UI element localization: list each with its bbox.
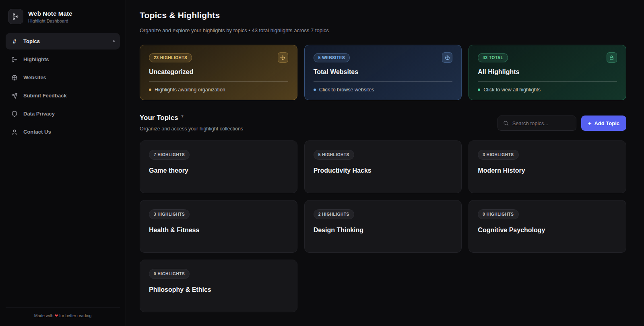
- search-icon: [503, 120, 509, 126]
- hash-icon: #: [11, 38, 18, 45]
- topics-header: Your Topics 7 Organize and access your h…: [140, 114, 626, 132]
- main-content: Topics & Highlights Organize and explore…: [126, 0, 644, 326]
- sidebar-item-contact-us[interactable]: Contact Us: [6, 124, 120, 140]
- topic-title: Health & Fitness: [149, 227, 288, 234]
- sidebar-item-label: Contact Us: [23, 129, 51, 135]
- uncategorized-card[interactable]: 23 HIGHLIGHTS Uncategorized Highlights a…: [140, 45, 297, 100]
- logo-icon: [8, 9, 23, 24]
- sidebar-item-submit-feedback[interactable]: Submit Feedback: [6, 87, 120, 104]
- page-title: Topics & Highlights: [140, 10, 626, 20]
- footer-text: for better reading: [59, 313, 91, 318]
- topic-highlight-count: 0 HIGHLIGHTS: [478, 209, 518, 219]
- card-top: 5 WEBSITES: [314, 52, 453, 63]
- add-topic-label: Add Topic: [594, 120, 619, 126]
- caption-text: Highlights awaiting organization: [155, 87, 225, 93]
- topic-card[interactable]: 7 HIGHLIGHTS Game theory: [140, 140, 297, 193]
- active-dot: [113, 40, 115, 42]
- sidebar-item-label: Highlights: [23, 56, 49, 62]
- search-input[interactable]: [512, 120, 571, 126]
- topic-highlight-count: 3 HIGHLIGHTS: [149, 209, 190, 219]
- card-top: 43 TOTAL: [478, 52, 617, 63]
- topics-title: Your Topics: [140, 114, 178, 122]
- topics-actions: + Add Topic: [497, 116, 626, 131]
- card-caption: Highlights awaiting organization: [149, 87, 288, 93]
- status-dot: [314, 89, 316, 91]
- divider: [478, 81, 617, 82]
- sidebar-item-topics[interactable]: # Topics: [6, 33, 120, 50]
- topic-title: Modern History: [478, 167, 617, 174]
- topic-card[interactable]: 0 HIGHLIGHTS Cognitive Psychology: [469, 200, 626, 253]
- footer-text: Made with: [34, 313, 54, 318]
- sidebar-item-label: Websites: [23, 74, 46, 80]
- add-topic-button[interactable]: + Add Topic: [581, 116, 626, 131]
- caption-text: Click to browse websites: [319, 87, 374, 93]
- globe-icon: [11, 74, 18, 81]
- topic-highlight-count: 7 HIGHLIGHTS: [149, 150, 190, 160]
- topics-count: 7: [181, 114, 184, 119]
- sidebar-item-label: Data Privacy: [23, 111, 55, 117]
- topic-title: Productivity Hacks: [314, 167, 453, 174]
- globe-icon: [442, 52, 452, 63]
- topic-card[interactable]: 2 HIGHLIGHTS Design Thinking: [304, 200, 462, 253]
- sidebar-item-highlights[interactable]: Highlights: [6, 51, 120, 68]
- card-caption: Click to browse websites: [314, 87, 453, 93]
- status-dot: [478, 89, 480, 91]
- topic-title: Design Thinking: [314, 227, 453, 234]
- card-title: Uncategorized: [149, 68, 288, 76]
- sidebar-item-label: Topics: [23, 38, 40, 44]
- topics-heading-block: Your Topics 7 Organize and access your h…: [140, 114, 243, 132]
- divider: [314, 81, 453, 82]
- highlighter-icon: [11, 56, 18, 63]
- app-name: Web Note Mate: [28, 10, 72, 17]
- sidebar-footer: Made with❤for better reading: [6, 307, 120, 320]
- search-box[interactable]: [497, 116, 576, 131]
- topics-subtitle: Organize and access your highlight colle…: [140, 126, 243, 132]
- card-top: 23 HIGHLIGHTS: [149, 52, 288, 63]
- brand-text: Web Note Mate Highlight Dashboard: [28, 10, 72, 23]
- brand: Web Note Mate Highlight Dashboard: [6, 7, 120, 33]
- shield-icon: [11, 111, 18, 117]
- send-icon: [11, 93, 18, 99]
- topic-title: Cognitive Psychology: [478, 227, 617, 234]
- organize-icon: [278, 52, 288, 63]
- topic-highlight-count: 5 HIGHLIGHTS: [314, 150, 354, 160]
- topics-grid: 7 HIGHLIGHTS Game theory 5 HIGHLIGHTS Pr…: [140, 140, 626, 312]
- divider: [149, 81, 288, 82]
- topic-card[interactable]: 3 HIGHLIGHTS Modern History: [469, 140, 626, 193]
- topics-title-line: Your Topics 7: [140, 114, 243, 122]
- sidebar: Web Note Mate Highlight Dashboard # Topi…: [0, 0, 126, 326]
- summary-cards: 23 HIGHLIGHTS Uncategorized Highlights a…: [140, 45, 626, 100]
- card-title: All Highlights: [478, 68, 617, 76]
- heart-icon: ❤: [54, 313, 60, 318]
- highlighter-icon: [607, 52, 617, 63]
- topic-card[interactable]: 5 HIGHLIGHTS Productivity Hacks: [304, 140, 462, 193]
- status-dot: [149, 89, 151, 91]
- contact-icon: [11, 129, 18, 135]
- topic-card[interactable]: 0 HIGHLIGHTS Philosophy & Ethics: [140, 260, 297, 312]
- topic-card[interactable]: 3 HIGHLIGHTS Health & Fitness: [140, 200, 297, 253]
- card-title: Total Websites: [314, 68, 453, 76]
- page-subtitle: Organize and explore your highlights by …: [140, 27, 626, 33]
- all-highlights-card[interactable]: 43 TOTAL All Highlights Click to view al…: [469, 45, 626, 100]
- sidebar-item-data-privacy[interactable]: Data Privacy: [6, 105, 120, 122]
- topic-title: Game theory: [149, 167, 288, 174]
- websites-count-badge: 5 WEBSITES: [314, 53, 350, 62]
- total-websites-card[interactable]: 5 WEBSITES Total Websites Click to brows…: [304, 45, 462, 100]
- topic-title: Philosophy & Ethics: [149, 286, 288, 293]
- sidebar-item-websites[interactable]: Websites: [6, 69, 120, 86]
- topic-highlight-count: 3 HIGHLIGHTS: [478, 150, 518, 160]
- plus-icon: +: [588, 120, 592, 126]
- card-caption: Click to view all highlights: [478, 87, 617, 93]
- app-tagline: Highlight Dashboard: [28, 19, 72, 23]
- caption-text: Click to view all highlights: [483, 87, 541, 93]
- highlights-count-badge: 23 HIGHLIGHTS: [149, 53, 192, 62]
- topic-highlight-count: 2 HIGHLIGHTS: [314, 209, 354, 219]
- topic-highlight-count: 0 HIGHLIGHTS: [149, 269, 190, 279]
- sidebar-nav: # Topics Highlights Websites: [6, 33, 120, 140]
- sidebar-item-label: Submit Feedback: [23, 93, 67, 99]
- total-count-badge: 43 TOTAL: [478, 53, 508, 62]
